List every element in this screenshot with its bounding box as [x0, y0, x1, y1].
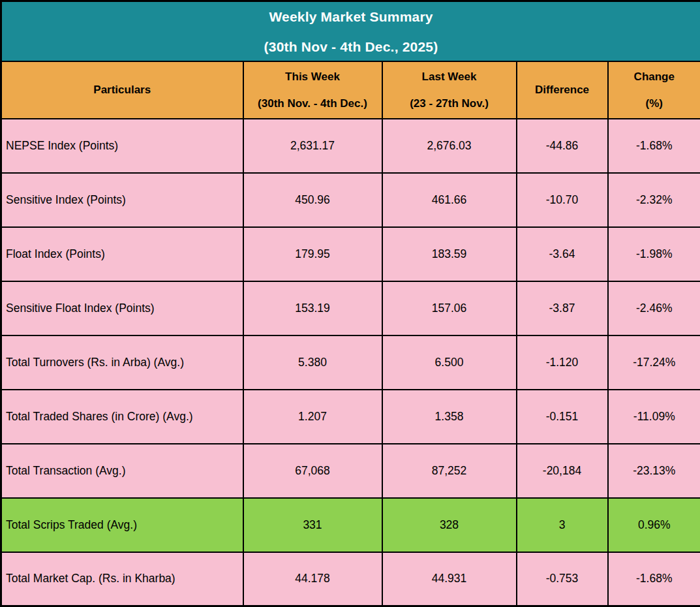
cell-this-week: 2,631.17: [243, 119, 382, 173]
cell-change: -11.09%: [608, 390, 700, 444]
title-band: Weekly Market Summary (30th Nov - 4th De…: [1, 1, 700, 61]
cell-difference: -3.87: [517, 281, 608, 335]
cell-last-week: 2,676.03: [382, 119, 517, 173]
cell-particular: Total Market Cap. (Rs. in Kharba): [1, 552, 243, 606]
cell-last-week: 44.931: [382, 552, 517, 606]
cell-change: -17.24%: [608, 335, 700, 390]
cell-difference: -0.753: [517, 552, 608, 606]
weekly-market-summary-table: Weekly Market Summary (30th Nov - 4th De…: [0, 0, 700, 607]
table-subtitle: (30th Nov - 4th Dec., 2025): [264, 39, 438, 55]
table-row: Total Market Cap. (Rs. in Kharba) 44.178…: [1, 552, 700, 606]
header-label: Particulars: [93, 84, 151, 96]
cell-this-week: 5.380: [243, 335, 382, 390]
header-label: Difference: [535, 84, 589, 96]
cell-last-week: 328: [382, 498, 517, 552]
cell-last-week: 157.06: [382, 281, 517, 335]
col-header-particulars: Particulars: [1, 61, 243, 119]
cell-difference: -3.64: [517, 227, 608, 281]
table-row: NEPSE Index (Points) 2,631.17 2,676.03 -…: [1, 119, 700, 173]
cell-change: -1.98%: [608, 227, 700, 281]
cell-particular: NEPSE Index (Points): [1, 119, 243, 173]
cell-change: -1.68%: [608, 552, 700, 606]
table-title: Weekly Market Summary: [269, 9, 433, 25]
cell-particular: Total Traded Shares (in Crore) (Avg.): [1, 390, 243, 444]
header-sub: (23 - 27th Nov.): [410, 97, 489, 110]
cell-difference: -0.151: [517, 390, 608, 444]
cell-change: -2.46%: [608, 281, 700, 335]
table-row: Total Traded Shares (in Crore) (Avg.) 1.…: [1, 390, 700, 444]
cell-this-week: 44.178: [243, 552, 382, 606]
cell-difference: -44.86: [517, 119, 608, 173]
cell-difference: 3: [517, 498, 608, 552]
title-row: Weekly Market Summary (30th Nov - 4th De…: [1, 1, 700, 61]
cell-particular: Total Scrips Traded (Avg.): [1, 498, 243, 552]
cell-particular: Total Turnovers (Rs. in Arba) (Avg.): [1, 335, 243, 390]
cell-change: -1.68%: [608, 119, 700, 173]
cell-difference: -10.70: [517, 173, 608, 227]
header-sub: (%): [646, 97, 663, 110]
table-row: Sensitive Float Index (Points) 153.19 15…: [1, 281, 700, 335]
cell-last-week: 461.66: [382, 173, 517, 227]
table-row: Float Index (Points) 179.95 183.59 -3.64…: [1, 227, 700, 281]
col-header-change: Change (%): [608, 61, 700, 119]
column-header-row: Particulars This Week (30th Nov. - 4th D…: [1, 61, 700, 119]
cell-this-week: 153.19: [243, 281, 382, 335]
cell-this-week: 67,068: [243, 444, 382, 498]
header-label: Change: [634, 70, 675, 84]
col-header-difference: Difference: [517, 61, 608, 119]
cell-last-week: 87,252: [382, 444, 517, 498]
cell-this-week: 331: [243, 498, 382, 552]
cell-particular: Sensitive Float Index (Points): [1, 281, 243, 335]
cell-last-week: 183.59: [382, 227, 517, 281]
header-sub: (30th Nov. - 4th Dec.): [258, 97, 367, 110]
cell-last-week: 1.358: [382, 390, 517, 444]
cell-change: -23.13%: [608, 444, 700, 498]
cell-this-week: 179.95: [243, 227, 382, 281]
cell-difference: -20,184: [517, 444, 608, 498]
table-row: Total Transaction (Avg.) 67,068 87,252 -…: [1, 444, 700, 498]
cell-this-week: 1.207: [243, 390, 382, 444]
cell-particular: Float Index (Points): [1, 227, 243, 281]
col-header-this-week: This Week (30th Nov. - 4th Dec.): [243, 61, 382, 119]
table-row: Total Turnovers (Rs. in Arba) (Avg.) 5.3…: [1, 335, 700, 390]
table-row-highlighted: Total Scrips Traded (Avg.) 331 328 3 0.9…: [1, 498, 700, 552]
cell-this-week: 450.96: [243, 173, 382, 227]
col-header-last-week: Last Week (23 - 27th Nov.): [382, 61, 517, 119]
cell-last-week: 6.500: [382, 335, 517, 390]
cell-particular: Total Transaction (Avg.): [1, 444, 243, 498]
cell-particular: Sensitive Index (Points): [1, 173, 243, 227]
cell-change: 0.96%: [608, 498, 700, 552]
table-row: Sensitive Index (Points) 450.96 461.66 -…: [1, 173, 700, 227]
cell-change: -2.32%: [608, 173, 700, 227]
header-label: Last Week: [422, 70, 477, 84]
cell-difference: -1.120: [517, 335, 608, 390]
header-label: This Week: [285, 70, 340, 84]
